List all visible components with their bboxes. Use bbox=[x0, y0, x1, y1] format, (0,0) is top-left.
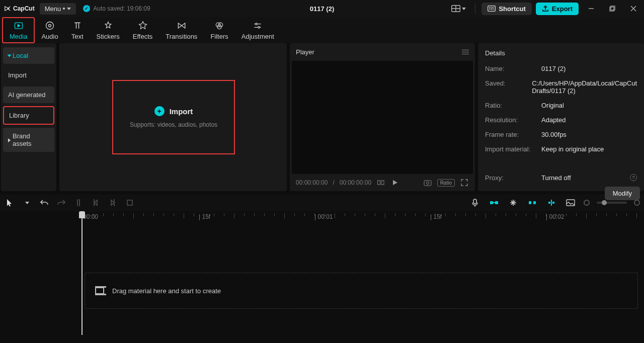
transitions-icon bbox=[176, 20, 187, 31]
zoom-slider[interactable] bbox=[597, 202, 627, 204]
player-header: Player bbox=[290, 43, 475, 61]
time-sep: / bbox=[333, 179, 334, 186]
filters-icon bbox=[214, 20, 225, 31]
dropzone-header: + Import bbox=[154, 106, 193, 116]
details-panel: Details Name:0117 (2) Saved:C:/Users/HP/… bbox=[478, 43, 644, 191]
time-current: 00:00:00:00 bbox=[296, 179, 328, 186]
player-panel: Player 00:00:00:00 / 00:00:00:00 Ratio bbox=[290, 43, 475, 191]
link-tracks-button[interactable] bbox=[507, 197, 519, 209]
svg-point-15 bbox=[426, 182, 429, 185]
export-label: Export bbox=[552, 5, 573, 13]
import-dropzone[interactable]: + Import Supports: videos, audios, photo… bbox=[112, 80, 235, 154]
svg-point-11 bbox=[258, 27, 260, 28]
cover-button[interactable] bbox=[565, 197, 577, 209]
magnet-button[interactable] bbox=[526, 197, 538, 209]
effects-icon bbox=[137, 20, 148, 31]
keyboard-icon bbox=[488, 6, 496, 12]
menu-button[interactable]: Menu bbox=[40, 3, 76, 15]
tab-filters[interactable]: Filters bbox=[204, 18, 234, 42]
chevron-down-icon bbox=[67, 8, 71, 10]
sidebar-item-ai-generated[interactable]: AI generated bbox=[3, 87, 54, 103]
zoom-out-button[interactable] bbox=[584, 200, 590, 206]
plus-circle-icon: + bbox=[154, 106, 165, 116]
tab-effects[interactable]: Effects bbox=[126, 18, 159, 42]
playhead[interactable] bbox=[82, 211, 83, 335]
tab-transitions[interactable]: Transitions bbox=[159, 18, 204, 42]
maximize-button[interactable] bbox=[604, 2, 621, 16]
primary-tabs: Media Audio Text Stickers Effects Transi… bbox=[0, 17, 644, 43]
tab-label: Stickers bbox=[97, 33, 120, 40]
maximize-icon bbox=[609, 6, 615, 12]
timeline-ruler[interactable]: 00:00| 15f| 00:01| 15f| 00:02 bbox=[83, 211, 644, 224]
snapshot-icon[interactable] bbox=[423, 178, 432, 187]
ratio-button[interactable]: Ratio bbox=[437, 179, 455, 187]
tab-media[interactable]: Media bbox=[2, 17, 35, 43]
svg-rect-20 bbox=[493, 202, 495, 203]
select-tool[interactable] bbox=[4, 197, 16, 209]
info-icon[interactable]: ? bbox=[630, 174, 637, 181]
dot-icon bbox=[63, 8, 65, 10]
sidebar-item-library[interactable]: Library bbox=[3, 106, 54, 125]
undo-button[interactable] bbox=[38, 197, 50, 209]
media-icon bbox=[13, 20, 24, 31]
detail-ratio: Ratio:Original bbox=[485, 102, 637, 109]
player-viewport bbox=[292, 61, 473, 174]
export-button[interactable]: Export bbox=[536, 3, 579, 15]
tab-adjustment[interactable]: Adjustment bbox=[235, 18, 281, 42]
svg-rect-3 bbox=[611, 6, 615, 10]
shortcut-button[interactable]: Shortcut bbox=[481, 3, 531, 15]
tab-audio[interactable]: Audio bbox=[35, 18, 64, 42]
close-button[interactable] bbox=[625, 2, 642, 16]
play-button[interactable] bbox=[390, 178, 399, 187]
tab-label: Transitions bbox=[166, 33, 197, 40]
dropzone-title: Import bbox=[170, 107, 193, 116]
caret-icon bbox=[8, 138, 11, 142]
minimize-icon bbox=[588, 6, 594, 12]
autosave-status: ✓ Auto saved: 19:06:09 bbox=[83, 5, 150, 12]
preview-axis-button[interactable] bbox=[545, 197, 557, 209]
tab-label: Audio bbox=[41, 33, 58, 40]
sidebar-item-label: Library bbox=[9, 112, 29, 119]
close-icon bbox=[630, 6, 636, 12]
player-menu-button[interactable] bbox=[462, 50, 469, 54]
tab-stickers[interactable]: Stickers bbox=[90, 18, 126, 42]
select-chevron[interactable] bbox=[21, 197, 33, 209]
ruler-label: | 00:02 bbox=[546, 213, 564, 220]
check-circle-icon: ✓ bbox=[83, 5, 90, 12]
svg-rect-13 bbox=[381, 181, 384, 185]
detail-import-material: Import material:Keep in original place bbox=[485, 145, 637, 153]
detail-saved: Saved:C:/Users/HP/AppData/Local/CapCut D… bbox=[485, 79, 637, 95]
time-duration: 00:00:00:00 bbox=[340, 179, 371, 186]
trim-right-button bbox=[107, 197, 119, 209]
titlebar: CapCut Menu ✓ Auto saved: 19:06:09 0117 … bbox=[0, 0, 644, 17]
tab-text[interactable]: Text bbox=[65, 18, 90, 42]
clip-icon bbox=[95, 287, 104, 294]
zoom-in-button[interactable] bbox=[634, 200, 640, 206]
sidebar-item-import[interactable]: Import bbox=[3, 67, 54, 83]
record-audio-button[interactable] bbox=[469, 197, 481, 209]
svg-rect-21 bbox=[529, 201, 531, 204]
media-sidebar: Local Import AI generated Library Brand … bbox=[1, 43, 56, 191]
timeline[interactable]: 00:00| 15f| 00:01| 15f| 00:02 Drag mater… bbox=[0, 211, 644, 342]
timeline-track-empty[interactable]: Drag material here and start to create bbox=[85, 273, 638, 309]
menu-label: Menu bbox=[45, 5, 61, 13]
export-icon bbox=[542, 5, 549, 12]
minimize-button[interactable] bbox=[583, 2, 600, 16]
svg-point-5 bbox=[46, 22, 54, 30]
shortcut-label: Shortcut bbox=[499, 5, 525, 13]
project-title: 0117 (2) bbox=[310, 5, 334, 13]
sidebar-item-local[interactable]: Local bbox=[3, 47, 54, 64]
magnet-main-button[interactable] bbox=[488, 197, 500, 209]
ruler-label: | 15f bbox=[430, 213, 442, 220]
layout-button[interactable] bbox=[448, 5, 469, 12]
svg-rect-18 bbox=[490, 201, 493, 204]
details-title: Details bbox=[478, 43, 644, 63]
sidebar-item-brand-assets[interactable]: Brand assets bbox=[3, 128, 54, 152]
sidebar-item-label: Local bbox=[13, 52, 28, 59]
middle-row: Local Import AI generated Library Brand … bbox=[0, 43, 644, 191]
divider bbox=[475, 4, 475, 14]
fullscreen-icon[interactable] bbox=[460, 178, 469, 187]
compare-icon[interactable] bbox=[376, 178, 385, 187]
svg-rect-12 bbox=[378, 181, 380, 185]
caret-icon bbox=[8, 54, 12, 57]
